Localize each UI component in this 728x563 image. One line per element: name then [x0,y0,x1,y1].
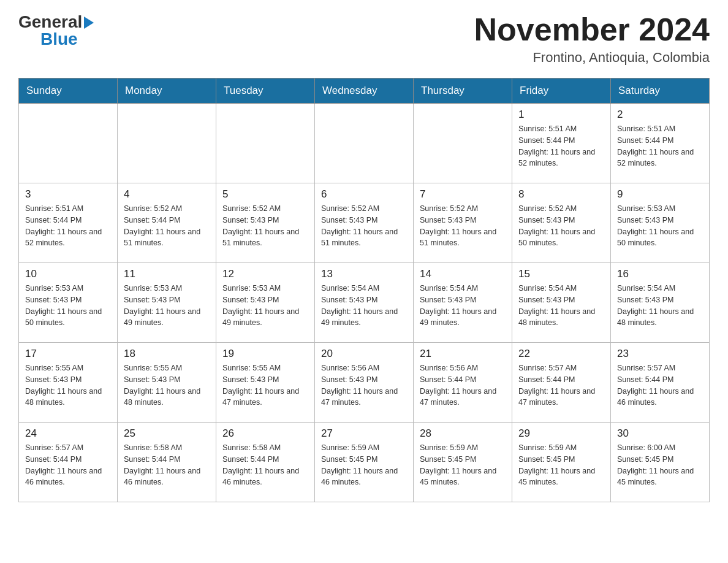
day-number: 22 [518,348,604,360]
day-info: Sunrise: 5:57 AMSunset: 5:44 PMDaylight:… [617,362,703,408]
day-number: 18 [124,348,210,360]
day-number: 5 [222,188,308,201]
calendar-cell: 3Sunrise: 5:51 AMSunset: 5:44 PMDaylight… [19,183,118,263]
day-number: 29 [518,427,604,440]
day-number: 2 [617,109,703,121]
calendar-cell: 8Sunrise: 5:52 AMSunset: 5:43 PMDaylight… [512,183,611,263]
weekday-header-sunday: Sunday [19,79,118,104]
weekday-header-tuesday: Tuesday [216,79,315,104]
location-text: Frontino, Antioquia, Colombia [474,50,710,66]
day-info: Sunrise: 5:59 AMSunset: 5:45 PMDaylight:… [321,442,407,488]
day-info: Sunrise: 5:51 AMSunset: 5:44 PMDaylight:… [617,123,703,169]
day-info: Sunrise: 5:56 AMSunset: 5:43 PMDaylight:… [321,362,407,408]
day-number: 10 [25,268,111,280]
calendar-cell [414,104,512,183]
calendar-cell: 13Sunrise: 5:54 AMSunset: 5:43 PMDayligh… [315,263,414,343]
day-number: 24 [25,427,111,440]
calendar-cell: 1Sunrise: 5:51 AMSunset: 5:44 PMDaylight… [512,104,611,183]
calendar-cell: 21Sunrise: 5:56 AMSunset: 5:44 PMDayligh… [414,343,512,423]
calendar-cell: 6Sunrise: 5:52 AMSunset: 5:43 PMDaylight… [315,183,414,263]
calendar-cell: 11Sunrise: 5:53 AMSunset: 5:43 PMDayligh… [118,263,216,343]
day-info: Sunrise: 5:57 AMSunset: 5:44 PMDaylight:… [25,442,111,488]
day-info: Sunrise: 5:53 AMSunset: 5:43 PMDaylight:… [222,283,308,329]
weekday-header-wednesday: Wednesday [315,79,414,104]
calendar-week-row: 1Sunrise: 5:51 AMSunset: 5:44 PMDaylight… [19,104,710,183]
weekday-header-monday: Monday [118,79,216,104]
day-info: Sunrise: 5:53 AMSunset: 5:43 PMDaylight:… [25,283,111,329]
calendar-cell: 12Sunrise: 5:53 AMSunset: 5:43 PMDayligh… [216,263,315,343]
day-info: Sunrise: 5:52 AMSunset: 5:43 PMDaylight:… [518,203,604,249]
calendar-cell: 15Sunrise: 5:54 AMSunset: 5:43 PMDayligh… [512,263,611,343]
day-info: Sunrise: 5:54 AMSunset: 5:43 PMDaylight:… [420,283,506,329]
day-number: 30 [617,427,703,440]
day-info: Sunrise: 5:52 AMSunset: 5:43 PMDaylight:… [420,203,506,249]
day-info: Sunrise: 5:56 AMSunset: 5:44 PMDaylight:… [420,362,506,408]
calendar-table: SundayMondayTuesdayWednesdayThursdayFrid… [18,78,710,502]
calendar-cell: 28Sunrise: 5:59 AMSunset: 5:45 PMDayligh… [414,423,512,502]
day-number: 7 [420,188,506,201]
day-info: Sunrise: 5:59 AMSunset: 5:45 PMDaylight:… [420,442,506,488]
day-number: 8 [518,188,604,201]
day-info: Sunrise: 6:00 AMSunset: 5:45 PMDaylight:… [617,442,703,488]
day-info: Sunrise: 5:54 AMSunset: 5:43 PMDaylight:… [518,283,604,329]
calendar-week-row: 17Sunrise: 5:55 AMSunset: 5:43 PMDayligh… [19,343,710,423]
calendar-cell: 29Sunrise: 5:59 AMSunset: 5:45 PMDayligh… [512,423,611,502]
calendar-cell: 10Sunrise: 5:53 AMSunset: 5:43 PMDayligh… [19,263,118,343]
day-info: Sunrise: 5:55 AMSunset: 5:43 PMDaylight:… [25,362,111,408]
month-title: November 2024 [474,12,710,47]
calendar-cell: 27Sunrise: 5:59 AMSunset: 5:45 PMDayligh… [315,423,414,502]
calendar-week-row: 24Sunrise: 5:57 AMSunset: 5:44 PMDayligh… [19,423,710,502]
calendar-cell: 19Sunrise: 5:55 AMSunset: 5:43 PMDayligh… [216,343,315,423]
calendar-cell: 25Sunrise: 5:58 AMSunset: 5:44 PMDayligh… [118,423,216,502]
calendar-cell [19,104,118,183]
calendar-cell: 26Sunrise: 5:58 AMSunset: 5:44 PMDayligh… [216,423,315,502]
calendar-cell: 5Sunrise: 5:52 AMSunset: 5:43 PMDaylight… [216,183,315,263]
day-number: 4 [124,188,210,201]
calendar-cell: 30Sunrise: 6:00 AMSunset: 5:45 PMDayligh… [611,423,710,502]
calendar-week-row: 3Sunrise: 5:51 AMSunset: 5:44 PMDaylight… [19,183,710,263]
calendar-cell [118,104,216,183]
day-number: 20 [321,348,407,360]
title-section: November 2024 Frontino, Antioquia, Colom… [474,12,710,66]
calendar-cell: 4Sunrise: 5:52 AMSunset: 5:44 PMDaylight… [118,183,216,263]
day-number: 27 [321,427,407,440]
day-info: Sunrise: 5:57 AMSunset: 5:44 PMDaylight:… [518,362,604,408]
day-info: Sunrise: 5:53 AMSunset: 5:43 PMDaylight:… [617,203,703,249]
day-number: 17 [25,348,111,360]
day-info: Sunrise: 5:54 AMSunset: 5:43 PMDaylight:… [321,283,407,329]
weekday-header-row: SundayMondayTuesdayWednesdayThursdayFrid… [19,79,710,104]
calendar-cell [315,104,414,183]
day-info: Sunrise: 5:52 AMSunset: 5:44 PMDaylight:… [124,203,210,249]
day-number: 3 [25,188,111,201]
logo-blue-text: Blue [40,29,94,49]
weekday-header-friday: Friday [512,79,611,104]
day-info: Sunrise: 5:53 AMSunset: 5:43 PMDaylight:… [124,283,210,329]
day-number: 6 [321,188,407,201]
day-number: 13 [321,268,407,280]
day-number: 9 [617,188,703,201]
day-number: 16 [617,268,703,280]
calendar-cell: 16Sunrise: 5:54 AMSunset: 5:43 PMDayligh… [611,263,710,343]
day-number: 28 [420,427,506,440]
day-info: Sunrise: 5:55 AMSunset: 5:43 PMDaylight:… [222,362,308,408]
day-number: 23 [617,348,703,360]
day-number: 25 [124,427,210,440]
calendar-cell: 24Sunrise: 5:57 AMSunset: 5:44 PMDayligh… [19,423,118,502]
day-info: Sunrise: 5:52 AMSunset: 5:43 PMDaylight:… [321,203,407,249]
calendar-cell: 22Sunrise: 5:57 AMSunset: 5:44 PMDayligh… [512,343,611,423]
day-info: Sunrise: 5:58 AMSunset: 5:44 PMDaylight:… [222,442,308,488]
day-info: Sunrise: 5:55 AMSunset: 5:43 PMDaylight:… [124,362,210,408]
calendar-cell: 17Sunrise: 5:55 AMSunset: 5:43 PMDayligh… [19,343,118,423]
day-number: 14 [420,268,506,280]
weekday-header-thursday: Thursday [414,79,512,104]
calendar-cell: 23Sunrise: 5:57 AMSunset: 5:44 PMDayligh… [611,343,710,423]
weekday-header-saturday: Saturday [611,79,710,104]
calendar-cell: 14Sunrise: 5:54 AMSunset: 5:43 PMDayligh… [414,263,512,343]
day-info: Sunrise: 5:59 AMSunset: 5:45 PMDaylight:… [518,442,604,488]
day-number: 19 [222,348,308,360]
day-info: Sunrise: 5:51 AMSunset: 5:44 PMDaylight:… [25,203,111,249]
calendar-cell: 18Sunrise: 5:55 AMSunset: 5:43 PMDayligh… [118,343,216,423]
calendar-week-row: 10Sunrise: 5:53 AMSunset: 5:43 PMDayligh… [19,263,710,343]
day-number: 21 [420,348,506,360]
day-info: Sunrise: 5:51 AMSunset: 5:44 PMDaylight:… [518,123,604,169]
